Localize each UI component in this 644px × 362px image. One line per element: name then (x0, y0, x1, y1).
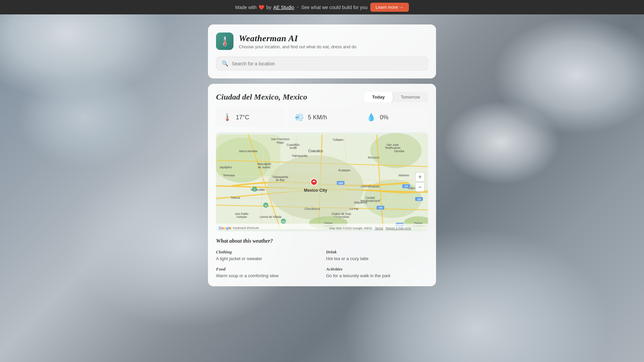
clothing-value: A light jacket or sweater (216, 256, 318, 261)
map-footer-right: Map data ©2024 Google, INEGI Terms Repor… (329, 227, 411, 230)
app-subtitle: Choose your location, and find out what … (239, 44, 357, 49)
ae-studio-link[interactable]: AE Studio (273, 5, 294, 10)
tomorrow-tab[interactable]: Tomorrow (393, 92, 428, 102)
thermometer-stat-icon: 🌡️ (223, 113, 232, 122)
svg-text:136: 136 (417, 198, 421, 200)
svg-text:142: 142 (404, 185, 408, 187)
map-footer: Google Keyboard shortcuts (219, 226, 259, 230)
svg-text:Tlalnepantla: Tlalnepantla (272, 175, 288, 179)
svg-text:Sierra Nevada: Sierra Nevada (239, 149, 257, 153)
map-attribution: Map data ©2024 Google, INEGI (329, 227, 372, 230)
humidity-card: 💧 0% (360, 108, 428, 127)
svg-text:Tlalnepantla: Tlalnepantla (292, 154, 308, 158)
rec-clothing: Clothing A light jacket or sweater (216, 249, 318, 261)
svg-text:San Pablo: San Pablo (235, 212, 249, 216)
top-bar-content: Made with ❤️ by AE Studio (235, 5, 294, 10)
recommendations-title: What about this weather? (216, 238, 428, 244)
app-title: Weatherman AI (239, 34, 357, 44)
wind-icon: 💨 (295, 113, 304, 122)
map-container: Mexico City Texcoco Sierra Nevada San Ju… (216, 132, 428, 231)
recommendations-grid: Clothing A light jacket or sweater Drink… (216, 249, 428, 278)
clothing-label: Clothing (216, 249, 318, 255)
svg-text:Cuautitlán: Cuautitlán (286, 143, 300, 146)
map-svg: Mexico City Texcoco Sierra Nevada San Ju… (216, 132, 428, 231)
rec-activities: Activities Go for a leisurely walk in th… (326, 266, 428, 278)
svg-text:Lerma de Villada: Lerma de Villada (260, 215, 282, 219)
recommendations: What about this weather? Clothing A ligh… (216, 238, 428, 278)
svg-text:Chimalhuacan: Chimalhuacan (361, 185, 379, 188)
svg-text:Teotihuacan: Teotihuacan (385, 146, 400, 149)
svg-text:San Juan: San Juan (386, 143, 399, 146)
map-report[interactable]: Report a map error (386, 227, 411, 230)
humidity-icon: 💧 (367, 113, 376, 122)
made-with-text: Made with (235, 5, 257, 10)
svg-text:Autopan: Autopan (236, 215, 247, 219)
search-bar: 🔍 (216, 57, 428, 70)
activities-label: Activities (326, 266, 428, 272)
svg-rect-3 (216, 134, 280, 176)
svg-text:Temoaya: Temoaya (223, 174, 235, 177)
map-terms[interactable]: Terms (375, 227, 383, 230)
city-name: Ciudad del Mexico, Mexico (216, 93, 307, 102)
weather-header: Ciudad del Mexico, Mexico Today Tomorrow (216, 92, 428, 102)
app-header-card: 🌡️ Weatherman AI Choose your location, a… (208, 24, 436, 78)
svg-text:134: 134 (282, 221, 285, 223)
zoom-in-button[interactable]: + (415, 172, 425, 182)
rec-food: Food Warm soup or a comforting stew (216, 266, 318, 278)
humidity-value: 0% (380, 114, 388, 121)
weather-stats: 🌡️ 17°C 💨 5 KM/h 💧 0% (216, 108, 428, 127)
app-icon: 🌡️ (216, 33, 233, 50)
bullet-separator: • (297, 5, 299, 10)
svg-rect-17 (287, 173, 344, 202)
keyboard-shortcuts[interactable]: Keyboard shortcuts (233, 226, 259, 230)
app-header: 🌡️ Weatherman AI Choose your location, a… (216, 33, 428, 50)
svg-text:Churubusco: Churubusco (305, 207, 320, 210)
day-toggle: Today Tomorrow (364, 92, 428, 102)
svg-text:San Francisco: San Francisco (271, 137, 289, 141)
svg-text:Texcoco: Texcoco (368, 156, 379, 159)
thermometer-icon: 🌡️ (219, 36, 230, 47)
temperature-value: 17°C (236, 114, 249, 121)
today-tab[interactable]: Today (364, 92, 393, 102)
svg-text:de Juárez: de Juárez (258, 166, 271, 169)
by-text: by (266, 5, 271, 10)
svg-text:Jiquilpilco: Jiquilpilco (219, 166, 232, 169)
svg-text:Tultepec: Tultepec (333, 138, 344, 141)
weather-section: Ciudad del Mexico, Mexico Today Tomorrow… (208, 84, 436, 286)
svg-text:de Baz: de Baz (276, 178, 285, 182)
main-container: 🌡️ Weatherman AI Choose your location, a… (208, 24, 436, 286)
search-input[interactable] (232, 61, 422, 66)
food-label: Food (216, 266, 318, 272)
svg-text:Mariano: Mariano (399, 174, 409, 177)
map-controls: + − (415, 172, 425, 192)
zoom-out-button[interactable]: − (415, 182, 425, 192)
top-bar: Made with ❤️ by AE Studio • See what we … (0, 0, 644, 14)
temperature-card: 🌡️ 17°C (216, 108, 284, 127)
svg-text:15: 15 (265, 204, 267, 207)
wind-value: 5 KM/h (308, 114, 327, 121)
learn-more-button[interactable]: Learn more → (370, 3, 409, 12)
svg-text:1360: 1360 (338, 182, 343, 184)
svg-text:La Paz: La Paz (350, 207, 359, 210)
svg-text:Chalco de Díaz: Chalco de Díaz (331, 212, 351, 216)
activities-value: Go for a leisurely walk in the park (326, 273, 428, 278)
svg-text:Coacalco: Coacalco (308, 149, 323, 153)
svg-text:Izcalli: Izcalli (289, 146, 297, 149)
svg-text:Otumba: Otumba (394, 149, 405, 153)
rec-drink: Drink Hot tea or a cozy latte (326, 249, 428, 261)
see-text: See what we could build for you (301, 5, 368, 10)
svg-text:Nezahualcóyotl: Nezahualcóyotl (360, 199, 380, 202)
svg-text:190: 190 (379, 206, 382, 209)
svg-text:3: 3 (254, 188, 255, 191)
food-value: Warm soup or a comforting stew (216, 273, 318, 278)
drink-label: Drink (326, 249, 428, 255)
svg-text:Mexico City: Mexico City (304, 188, 327, 193)
svg-text:Ciudad: Ciudad (366, 196, 375, 199)
svg-text:Toluca: Toluca (231, 196, 240, 199)
search-icon: 🔍 (222, 60, 228, 67)
heart-icon: ❤️ (259, 5, 264, 10)
svg-text:Ecatepec: Ecatepec (338, 169, 351, 172)
wind-card: 💨 5 KM/h (288, 108, 356, 127)
drink-value: Hot tea or a cozy latte (326, 256, 428, 261)
svg-text:Magu: Magu (277, 141, 284, 144)
